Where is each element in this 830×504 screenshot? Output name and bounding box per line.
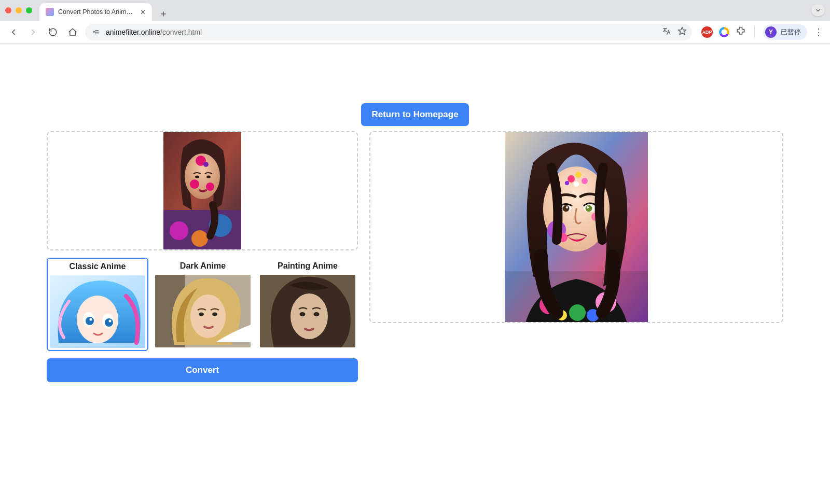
extensions-area: ABP Y 已暂停 ⋮ — [701, 24, 824, 40]
reload-button[interactable] — [46, 25, 60, 39]
new-tab-button[interactable]: ＋ — [156, 6, 171, 21]
style-label: Painting Anime — [260, 261, 355, 271]
svg-point-21 — [90, 318, 92, 321]
tab-favicon — [46, 8, 54, 16]
svg-point-44 — [565, 181, 569, 185]
profile-status: 已暂停 — [781, 27, 801, 37]
return-home-button[interactable]: Return to Homepage — [361, 103, 468, 126]
adblock-extension-icon[interactable]: ABP — [701, 26, 713, 38]
svg-point-22 — [109, 320, 112, 323]
svg-point-26 — [199, 313, 204, 316]
svg-point-30 — [300, 312, 306, 316]
window-controls — [5, 7, 36, 13]
svg-point-12 — [203, 162, 209, 167]
svg-point-14 — [206, 176, 211, 178]
toolbar: animefilter.online/convert.html ABP Y 已暂… — [0, 21, 830, 44]
svg-point-20 — [105, 318, 113, 327]
svg-point-43 — [574, 181, 579, 187]
left-column: Classic Anime — [47, 131, 358, 382]
svg-point-41 — [575, 172, 582, 178]
home-button[interactable] — [65, 25, 80, 39]
close-window-button[interactable] — [5, 7, 11, 13]
svg-point-10 — [190, 179, 199, 189]
profile-chip[interactable]: Y 已暂停 — [763, 24, 807, 40]
style-thumb-classic — [50, 275, 145, 348]
titlebar: Convert Photos to Anime Styl ✕ ＋ — [0, 0, 830, 21]
output-image-box — [369, 131, 783, 323]
tab-title: Convert Photos to Anime Styl — [58, 8, 136, 16]
nav-forward-button[interactable] — [26, 25, 40, 39]
svg-point-35 — [569, 304, 586, 321]
tab-strip: Convert Photos to Anime Styl ✕ ＋ — [39, 0, 171, 21]
svg-point-27 — [212, 313, 217, 316]
style-thumb-painting — [260, 275, 355, 347]
svg-point-50 — [563, 205, 570, 212]
style-card-classic[interactable]: Classic Anime — [47, 258, 148, 351]
url-text: animefilter.online/convert.html — [106, 28, 202, 36]
maximize-window-button[interactable] — [26, 7, 32, 13]
address-bar[interactable]: animefilter.online/convert.html — [85, 24, 692, 40]
svg-point-5 — [170, 221, 188, 240]
svg-marker-2 — [679, 27, 686, 35]
browser-chrome: Convert Photos to Anime Styl ✕ ＋ anim — [0, 0, 830, 44]
style-thumb-dark — [155, 275, 251, 347]
svg-point-51 — [586, 205, 592, 212]
chevron-down-icon — [814, 7, 822, 14]
svg-point-29 — [290, 293, 328, 339]
style-label: Dark Anime — [155, 261, 251, 271]
browser-tab-active[interactable]: Convert Photos to Anime Styl ✕ — [39, 3, 152, 21]
style-card-painting[interactable]: Painting Anime — [257, 258, 358, 351]
svg-point-42 — [582, 178, 588, 184]
page-content: Return to Homepage — [0, 44, 830, 413]
svg-point-11 — [206, 183, 214, 191]
nav-back-button[interactable] — [6, 25, 21, 39]
separator — [754, 26, 755, 38]
right-column — [369, 131, 783, 323]
svg-point-7 — [191, 230, 208, 247]
input-image-dropzone[interactable] — [47, 131, 358, 250]
convert-button[interactable]: Convert — [47, 358, 358, 382]
browser-menu-button[interactable]: ⋮ — [813, 26, 824, 38]
translate-icon[interactable] — [662, 26, 671, 37]
svg-point-25 — [190, 295, 226, 338]
style-label: Classic Anime — [50, 262, 145, 271]
extension-icon[interactable] — [719, 27, 729, 37]
svg-point-19 — [86, 317, 94, 325]
extensions-button[interactable] — [736, 26, 746, 38]
svg-point-1 — [93, 32, 94, 33]
profile-avatar: Y — [765, 26, 777, 38]
output-image — [505, 131, 648, 323]
tabs-dropdown-button[interactable] — [811, 5, 825, 16]
site-settings-icon[interactable] — [90, 26, 102, 38]
bookmark-icon[interactable] — [677, 26, 687, 37]
source-image — [163, 132, 241, 249]
close-tab-icon[interactable]: ✕ — [140, 8, 146, 16]
svg-point-31 — [314, 312, 320, 316]
svg-point-40 — [568, 175, 575, 183]
minimize-window-button[interactable] — [16, 7, 22, 13]
svg-point-13 — [195, 176, 199, 178]
style-selector: Classic Anime — [47, 258, 358, 351]
svg-point-0 — [93, 31, 94, 32]
style-card-dark[interactable]: Dark Anime — [153, 258, 253, 351]
svg-point-53 — [587, 206, 589, 208]
svg-point-52 — [566, 206, 568, 208]
